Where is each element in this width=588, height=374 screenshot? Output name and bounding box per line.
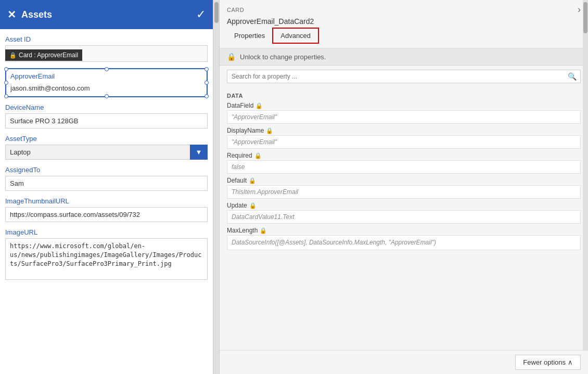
handle-bottom-center[interactable] [105, 94, 109, 98]
asset-id-label: Asset ID [5, 35, 208, 43]
displayname-value: "ApproverEmail" [227, 135, 581, 149]
assigned-to-input[interactable]: Sam [5, 176, 208, 191]
handle-top-right[interactable] [204, 67, 209, 71]
card-label: CARD [227, 7, 244, 13]
maxlength-value: DataSourceInfo([@Assets], DataSourceInfo… [227, 235, 581, 250]
approver-email-wrapper: 🔒 Card : ApproverEmail ApproverEmail jas… [5, 68, 208, 97]
scroll-thumb[interactable] [214, 2, 219, 23]
default-label-text: Default [227, 177, 247, 184]
handle-top-center[interactable] [105, 67, 109, 71]
asset-type-label: AssetType [5, 135, 208, 143]
property-label-maxlength: MaxLength 🔒 [227, 227, 581, 234]
required-lock-icon: 🔒 [254, 152, 262, 159]
image-url-textarea[interactable]: https://www.microsoft.com/global/en-us/n… [5, 238, 208, 280]
handle-bottom-left[interactable] [4, 94, 8, 98]
card-name: ApproverEmail_DataCard2 [227, 17, 581, 25]
right-footer: Fewer options ∧ [220, 350, 588, 374]
search-wrapper: 🔍 [227, 70, 581, 83]
panel-title: Assets [21, 9, 52, 20]
right-scroll-thumb[interactable] [583, 2, 587, 33]
tab-advanced[interactable]: Advanced [272, 28, 319, 44]
right-title-row: CARD › [227, 4, 581, 15]
assigned-to-section: AssignedTo Sam [5, 166, 208, 191]
right-header: CARD › ApproverEmail_DataCard2 Propertie… [220, 0, 588, 48]
unlock-text: Unlock to change properties. [240, 53, 326, 61]
field-tooltip: 🔒 Card : ApproverEmail [5, 49, 82, 61]
maxlength-label-text: MaxLength [227, 227, 258, 234]
handle-mid-right[interactable] [204, 81, 209, 85]
right-content: DATA DataField 🔒 "ApproverEmail" Display… [220, 87, 588, 374]
left-scrollbar[interactable] [213, 0, 220, 374]
property-row-datafield: DataField 🔒 "ApproverEmail" [227, 102, 581, 124]
device-name-input[interactable]: Surface PRO 3 128GB [5, 113, 208, 128]
panel-title-row: ✕ Assets [7, 8, 52, 21]
fewer-options-label: Fewer options [523, 358, 566, 366]
tooltip-text: Card : ApproverEmail [19, 51, 78, 59]
property-label-default: Default 🔒 [227, 177, 581, 184]
close-button[interactable]: ✕ [7, 8, 16, 21]
confirm-button[interactable]: ✓ [196, 8, 206, 21]
property-row-displayname: DisplayName 🔒 "ApproverEmail" [227, 127, 581, 149]
image-thumbnail-section: ImageThumbnailURL https://compass.surfac… [5, 197, 208, 222]
default-lock-icon: 🔒 [249, 177, 256, 184]
update-value: DataCardValue11.Text [227, 210, 581, 224]
search-bar-row: 🔍 [220, 66, 588, 87]
right-nav-arrow[interactable]: › [578, 4, 581, 15]
tooltip-lock-icon: 🔒 [9, 52, 17, 59]
asset-type-select-wrapper: Laptop Desktop Monitor Phone ▼ [5, 145, 208, 160]
property-row-update: Update 🔒 DataCardValue11.Text [227, 202, 581, 224]
property-label-displayname: DisplayName 🔒 [227, 127, 581, 134]
left-content: Asset ID 🔒 Card : ApproverEmail Approver… [0, 29, 213, 374]
update-lock-icon: 🔒 [249, 202, 257, 209]
right-panel: CARD › ApproverEmail_DataCard2 Propertie… [220, 0, 588, 374]
handle-mid-left[interactable] [4, 81, 8, 85]
maxlength-lock-icon: 🔒 [260, 227, 267, 234]
property-row-required: Required 🔒 false [227, 152, 581, 174]
tabs-row: Properties Advanced [227, 28, 581, 44]
displayname-label-text: DisplayName [227, 127, 264, 134]
unlock-lock-icon: 🔒 [227, 53, 236, 61]
handle-top-left[interactable] [4, 67, 8, 71]
property-label-datafield: DataField 🔒 [227, 102, 581, 109]
required-label-text: Required [227, 152, 252, 159]
property-search-input[interactable] [227, 70, 581, 83]
property-row-maxlength: MaxLength 🔒 DataSourceInfo([@Assets], Da… [227, 227, 581, 250]
device-name-label: DeviceName [5, 104, 208, 111]
left-header: ✕ Assets ✓ [0, 0, 213, 29]
image-thumbnail-label: ImageThumbnailURL [5, 197, 208, 205]
property-label-update: Update 🔒 [227, 202, 581, 209]
image-url-label: ImageURL [5, 228, 208, 236]
image-thumbnail-input[interactable]: https://compass.surface.com/assets/09/73… [5, 207, 208, 222]
approver-email-section: ApproverEmail jason.smith@contoso.com [5, 68, 208, 97]
displayname-lock-icon: 🔒 [266, 127, 273, 134]
datafield-value: "ApproverEmail" [227, 110, 581, 124]
property-row-default: Default 🔒 ThisItem.ApproverEmail [227, 177, 581, 199]
fewer-options-button[interactable]: Fewer options ∧ [515, 355, 581, 370]
data-section-header: DATA [227, 93, 581, 99]
device-name-section: DeviceName Surface PRO 3 128GB [5, 104, 208, 128]
image-url-section: ImageURL https://www.microsoft.com/globa… [5, 228, 208, 281]
datafield-label-text: DataField [227, 102, 253, 109]
handle-bottom-right[interactable] [204, 94, 209, 98]
asset-type-select[interactable]: Laptop Desktop Monitor Phone [5, 145, 208, 160]
left-panel: ✕ Assets ✓ Asset ID 🔒 Card : ApproverEma… [0, 0, 213, 374]
chevron-up-icon: ∧ [568, 358, 573, 366]
asset-type-section: AssetType Laptop Desktop Monitor Phone ▼ [5, 135, 208, 160]
unlock-banner: 🔒 Unlock to change properties. [220, 48, 588, 66]
datafield-lock-icon: 🔒 [255, 102, 263, 109]
update-label-text: Update [227, 202, 247, 209]
search-icon: 🔍 [568, 72, 577, 81]
assigned-to-label: AssignedTo [5, 166, 208, 174]
tab-properties[interactable]: Properties [227, 28, 272, 44]
right-scrollbar[interactable] [583, 0, 588, 374]
default-value: ThisItem.ApproverEmail [227, 185, 581, 199]
property-label-required: Required 🔒 [227, 152, 581, 159]
required-value: false [227, 160, 581, 174]
